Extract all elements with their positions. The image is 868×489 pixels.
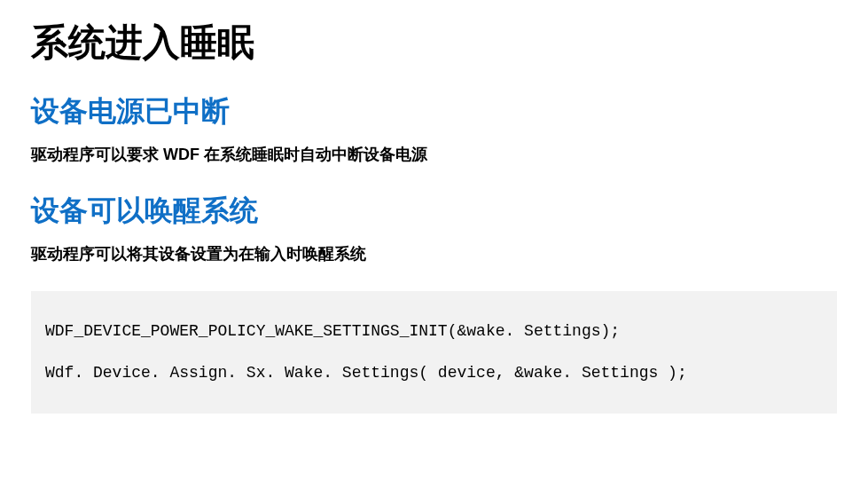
section-heading-1: 设备电源已中断 — [31, 92, 837, 131]
code-line-1: WDF_DEVICE_POWER_POLICY_WAKE_SETTINGS_IN… — [45, 311, 823, 352]
code-block: WDF_DEVICE_POWER_POLICY_WAKE_SETTINGS_IN… — [31, 291, 837, 414]
section-desc-2: 驱动程序可以将其设备设置为在输入时唤醒系统 — [31, 243, 837, 264]
main-title: 系统进入睡眠 — [31, 18, 837, 67]
section-desc-1: 驱动程序可以要求 WDF 在系统睡眠时自动中断设备电源 — [31, 144, 837, 165]
code-line-2: Wdf. Device. Assign. Sx. Wake. Settings(… — [45, 352, 823, 394]
section-heading-2: 设备可以唤醒系统 — [31, 192, 837, 231]
